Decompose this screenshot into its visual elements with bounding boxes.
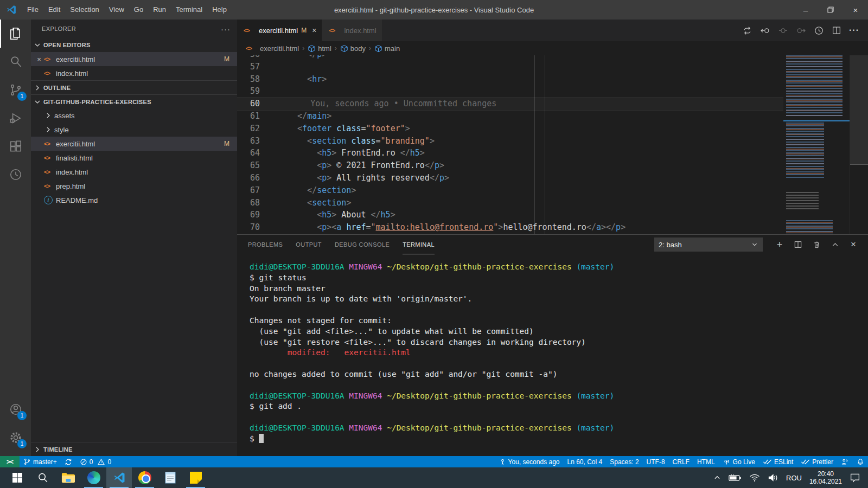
source-control-icon[interactable]: 1 xyxy=(0,76,31,104)
code-line-59[interactable]: 59 xyxy=(237,85,783,98)
indentation[interactable]: Spaces: 2 xyxy=(606,456,642,467)
tree-item-style[interactable]: style xyxy=(31,123,237,137)
breadcrumb-item[interactable]: html xyxy=(308,44,331,53)
open-changes-icon[interactable] xyxy=(742,25,752,36)
code-line-62[interactable]: 62 <footer class="footer"> xyxy=(237,123,783,135)
code-line-64[interactable]: 64 <h5> FrontEnd.ro </h5> xyxy=(237,147,783,159)
tree-item-assets[interactable]: assets xyxy=(31,108,237,123)
menu-view[interactable]: View xyxy=(104,0,129,20)
code-line-57[interactable]: 57 xyxy=(237,61,783,73)
cursor-position[interactable]: Ln 60, Col 4 xyxy=(563,456,606,467)
notepad-icon[interactable] xyxy=(157,467,183,488)
menu-edit[interactable]: Edit xyxy=(43,0,65,20)
editor-scrollbar[interactable] xyxy=(850,55,868,234)
next-change-icon[interactable] xyxy=(796,25,806,36)
sync-button[interactable] xyxy=(61,456,76,467)
open-editor-item[interactable]: <>index.html xyxy=(31,66,237,80)
terminal-output[interactable]: didi@DESKTOP-3DDU16A MINGW64 ~/Desktop/g… xyxy=(237,254,868,456)
feedback-icon[interactable] xyxy=(837,456,853,467)
menu-go[interactable]: Go xyxy=(129,0,148,20)
battery-icon[interactable] xyxy=(729,473,742,482)
split-terminal-icon[interactable] xyxy=(792,240,804,249)
tree-item-index.html[interactable]: <>index.html xyxy=(31,165,237,179)
menu-selection[interactable]: Selection xyxy=(65,0,104,20)
restore-button[interactable] xyxy=(818,0,843,20)
prettier-status[interactable]: Prettier xyxy=(797,456,837,467)
workspace-folder-header[interactable]: GIT-GITHUB-PRACTICE-EXERCISES xyxy=(31,94,237,108)
explorer-icon[interactable] xyxy=(0,20,31,48)
minimap[interactable] xyxy=(783,55,850,234)
search-icon[interactable] xyxy=(0,48,31,76)
explorer-actions-icon[interactable]: ··· xyxy=(221,24,231,34)
eol-sequence[interactable]: CRLF xyxy=(669,456,693,467)
tree-item-exercitii.html[interactable]: <>exercitii.html M xyxy=(31,137,237,151)
tree-item-prep.html[interactable]: <>prep.html xyxy=(31,179,237,193)
close-icon[interactable]: × xyxy=(35,55,43,63)
panel-tab-terminal[interactable]: TERMINAL xyxy=(403,235,435,254)
tray-expand-icon[interactable] xyxy=(713,474,721,481)
previous-change-icon[interactable] xyxy=(760,25,770,36)
open-editors-header[interactable]: OPEN EDITORS xyxy=(31,38,237,52)
code-line-69[interactable]: 69 <h5> About </h5> xyxy=(237,209,783,221)
keyboard-language[interactable]: ROU xyxy=(786,474,802,482)
panel-tab-output[interactable]: OUTPUT xyxy=(296,235,322,254)
terminal-shell-select[interactable]: 2: bash xyxy=(654,237,763,252)
breadcrumb-item[interactable]: body xyxy=(340,44,366,53)
maximize-panel-icon[interactable] xyxy=(829,241,841,249)
action-center-icon[interactable] xyxy=(850,473,860,483)
chrome-icon[interactable] xyxy=(132,467,157,488)
code-editor[interactable]: 56 </p> 57 58 <hr> 59 60 You, seconds ag… xyxy=(237,55,868,234)
tree-item-finalisti.html[interactable]: <>finalisti.html xyxy=(31,151,237,165)
close-button[interactable]: × xyxy=(843,0,868,20)
volume-icon[interactable] xyxy=(768,473,778,482)
menu-file[interactable]: File xyxy=(22,0,43,20)
file-explorer-icon[interactable] xyxy=(55,467,81,488)
extensions-icon[interactable] xyxy=(0,132,31,160)
settings-gear-icon[interactable]: 1 xyxy=(0,423,31,452)
code-line-60[interactable]: 60 You, seconds ago • Uncommitted change… xyxy=(237,98,783,110)
code-line-58[interactable]: 58 <hr> xyxy=(237,73,783,86)
sticky-notes-icon[interactable] xyxy=(183,467,208,488)
menu-help[interactable]: Help xyxy=(207,0,232,20)
eslint-status[interactable]: ESLint xyxy=(759,456,797,467)
code-line-66[interactable]: 66 <p> All rights reserved</p> xyxy=(237,172,783,184)
code-line-68[interactable]: 68 <section> xyxy=(237,197,783,209)
remote-indicator[interactable]: >< xyxy=(0,456,20,467)
new-terminal-icon[interactable]: + xyxy=(774,239,786,251)
timeline-header[interactable]: TIMELINE xyxy=(31,442,237,456)
breadcrumb-item[interactable]: main xyxy=(374,44,400,53)
code-line-67[interactable]: 67 </section> xyxy=(237,184,783,197)
start-button[interactable] xyxy=(4,467,30,488)
code-line-63[interactable]: 63 <section class="branding"> xyxy=(237,135,783,147)
gitlens-icon[interactable] xyxy=(0,160,31,189)
menu-run[interactable]: Run xyxy=(148,0,171,20)
editor-tab-index.html[interactable]: <>index.html xyxy=(322,20,381,41)
language-mode[interactable]: HTML xyxy=(693,456,719,467)
gitlens-blame-status[interactable]: You, seconds ago xyxy=(495,456,564,467)
clock[interactable]: 20:40 16.04.2021 xyxy=(809,470,842,485)
panel-tab-debug-console[interactable]: DEBUG CONSOLE xyxy=(335,235,390,254)
outline-header[interactable]: OUTLINE xyxy=(31,80,237,94)
panel-tab-problems[interactable]: PROBLEMS xyxy=(248,235,283,254)
open-editor-item[interactable]: × <>exercitii.html M xyxy=(31,52,237,66)
gitlens-file-history-icon[interactable] xyxy=(814,25,824,36)
more-actions-icon[interactable]: ··· xyxy=(849,25,859,35)
go-live-button[interactable]: Go Live xyxy=(719,456,759,467)
code-line-70[interactable]: 70 <p><a href="mailto:hello@frontend.ro"… xyxy=(237,221,783,234)
tree-item-README.md[interactable]: iREADME.md xyxy=(31,193,237,207)
close-icon[interactable]: × xyxy=(312,26,316,35)
close-panel-icon[interactable]: × xyxy=(847,239,859,250)
code-line-61[interactable]: 61 </main> xyxy=(237,110,783,123)
vscode-taskbar-icon[interactable] xyxy=(106,467,132,488)
problems-indicator[interactable]: 0 0 xyxy=(76,456,115,467)
menu-terminal[interactable]: Terminal xyxy=(171,0,207,20)
breadcrumb-item[interactable]: <>exercitii.html xyxy=(246,44,299,53)
run-debug-icon[interactable] xyxy=(0,104,31,132)
taskbar-search-icon[interactable] xyxy=(30,467,55,488)
branch-indicator[interactable]: master+ xyxy=(20,456,61,467)
notifications-bell-icon[interactable] xyxy=(853,456,868,467)
edge-icon[interactable] xyxy=(81,467,106,488)
current-change-icon[interactable] xyxy=(778,25,788,36)
code-line-56[interactable]: 56 </p> xyxy=(237,55,783,61)
minimize-button[interactable]: – xyxy=(793,0,818,20)
